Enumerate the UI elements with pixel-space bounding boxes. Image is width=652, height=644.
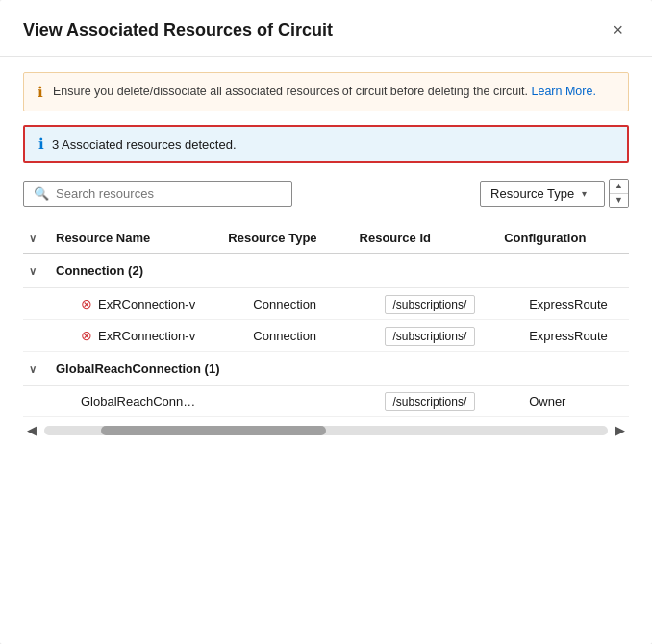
row-expand-cell xyxy=(23,320,50,352)
info-bar: ℹ 3 Associated resources detected. xyxy=(23,125,629,163)
row-expand-cell xyxy=(23,288,50,320)
resource-config-cell: ExpressRoute xyxy=(498,288,629,320)
search-input[interactable] xyxy=(56,186,282,201)
th-expand: ∨ xyxy=(23,223,50,254)
dialog-header: View Associated Resources of Circuit × xyxy=(0,0,652,57)
scroll-left-button[interactable]: ◀ xyxy=(23,423,40,437)
resource-type-value: Connection xyxy=(253,297,316,311)
dialog-container: View Associated Resources of Circuit × ℹ… xyxy=(0,0,652,644)
scrollbar-track[interactable] xyxy=(44,426,608,435)
warning-text: Ensure you delete/dissociate all associa… xyxy=(53,83,596,101)
resource-name-cell: ⊗ ExRConnection-v xyxy=(50,288,222,320)
warning-icon: ℹ xyxy=(38,84,43,101)
resource-id-cell: /subscriptions/ xyxy=(354,288,499,320)
group-expand-icon[interactable]: ∨ xyxy=(29,363,37,375)
scrollbar-thumb[interactable] xyxy=(101,426,326,435)
expand-all-icon[interactable]: ∨ xyxy=(29,233,37,244)
resource-name-cell: GlobalReachConnect xyxy=(50,386,222,417)
horizontal-scrollbar[interactable]: ◀ ▶ xyxy=(23,417,629,449)
resource-config-value: ExpressRoute xyxy=(529,329,608,343)
resource-id-value: /subscriptions/ xyxy=(385,327,476,346)
table-header-row: ∨ Resource Name Resource Type Resource I… xyxy=(23,223,629,254)
resource-config-cell: Owner xyxy=(498,386,629,417)
resource-config-value: Owner xyxy=(529,394,565,409)
close-button[interactable]: × xyxy=(607,19,629,40)
resource-name-text: ExRConnection-v xyxy=(98,297,195,311)
filter-dropdown[interactable]: Resource Type ▾ xyxy=(480,181,605,207)
table-body: ∨ Connection (2) ⊗ ExRConnection-v Conne… xyxy=(23,254,629,417)
scroll-right-button[interactable]: ▶ xyxy=(612,423,629,437)
th-resource-type: Resource Type xyxy=(222,223,353,254)
sort-buttons: ▲ ▼ xyxy=(609,179,629,208)
group-name: GlobalReachConnection (1) xyxy=(56,361,219,376)
group-expand-cell: ∨ xyxy=(23,352,50,386)
resource-name-cell: ⊗ ExRConnection-v xyxy=(50,320,222,352)
dialog-title: View Associated Resources of Circuit xyxy=(23,20,333,40)
search-icon: 🔍 xyxy=(34,186,49,201)
info-icon: ℹ xyxy=(38,136,44,153)
resource-type-value: Connection xyxy=(253,329,316,343)
table-row: GlobalReachConnect /subscriptions/ Owner xyxy=(23,386,629,417)
table-row: ⊗ ExRConnection-v Connection /subscripti… xyxy=(23,320,629,352)
toolbar: 🔍 Resource Type ▾ ▲ ▼ xyxy=(23,179,629,208)
group-name: Connection (2) xyxy=(56,263,143,278)
chevron-down-icon: ▾ xyxy=(582,188,587,199)
row-status-icon: ⊗ xyxy=(81,328,92,343)
th-configuration: Configuration xyxy=(498,223,629,254)
group-label-cell: GlobalReachConnection (1) xyxy=(50,352,629,386)
th-resource-id: Resource Id xyxy=(354,223,499,254)
search-box[interactable]: 🔍 xyxy=(23,181,292,207)
resource-config-value: ExpressRoute xyxy=(529,297,608,311)
resource-config-cell: ExpressRoute xyxy=(498,320,629,352)
resource-table: ∨ Resource Name Resource Type Resource I… xyxy=(23,223,629,417)
group-label-cell: Connection (2) xyxy=(50,254,629,288)
resource-name-text: GlobalReachConnect xyxy=(81,394,196,409)
table-row: ⊗ ExRConnection-v Connection /subscripti… xyxy=(23,288,629,320)
resource-name-text: ExRConnection-v xyxy=(98,329,195,343)
resource-id-cell: /subscriptions/ xyxy=(354,386,499,417)
resource-id-cell: /subscriptions/ xyxy=(354,320,499,352)
group-expand-icon[interactable]: ∨ xyxy=(29,265,37,277)
resource-type-cell: Connection xyxy=(222,320,353,352)
filter-group: Resource Type ▾ ▲ ▼ xyxy=(480,179,629,208)
info-text: 3 Associated resources detected. xyxy=(52,137,237,152)
row-expand-cell xyxy=(23,386,50,417)
group-expand-cell: ∨ xyxy=(23,254,50,288)
row-status-icon: ⊗ xyxy=(81,296,92,311)
filter-label: Resource Type xyxy=(490,186,574,201)
group-row: ∨ Connection (2) xyxy=(23,254,629,288)
resource-id-value: /subscriptions/ xyxy=(385,295,476,314)
resource-id-value: /subscriptions/ xyxy=(385,392,476,411)
warning-banner: ℹ Ensure you delete/dissociate all assoc… xyxy=(23,72,629,111)
sort-asc-button[interactable]: ▲ xyxy=(610,180,628,194)
group-row: ∨ GlobalReachConnection (1) xyxy=(23,352,629,386)
resource-type-cell xyxy=(222,386,353,417)
resource-type-cell: Connection xyxy=(222,288,353,320)
resource-table-container: ∨ Resource Name Resource Type Resource I… xyxy=(23,223,629,417)
dialog-body: ℹ Ensure you delete/dissociate all assoc… xyxy=(0,57,652,644)
sort-desc-button[interactable]: ▼ xyxy=(610,194,628,208)
learn-more-link[interactable]: Learn More. xyxy=(532,85,596,98)
th-resource-name: Resource Name xyxy=(50,223,222,254)
